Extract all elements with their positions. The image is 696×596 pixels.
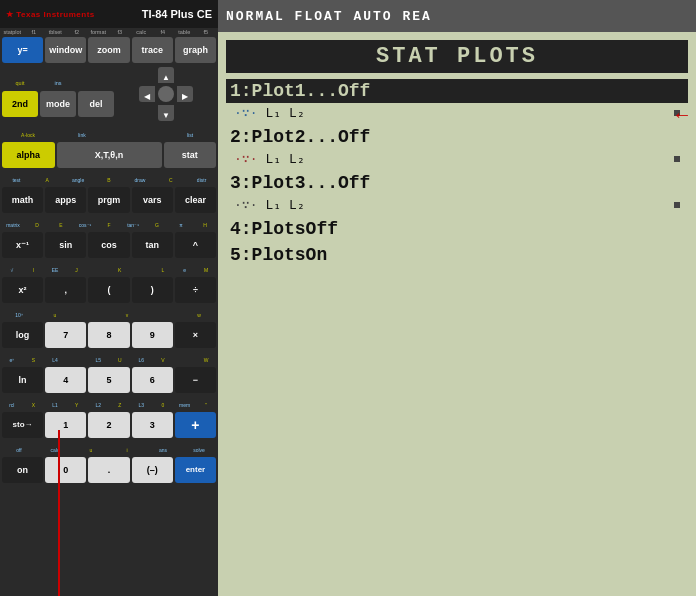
label-tan-inv: tan⁻¹	[127, 222, 139, 228]
btn-ln[interactable]: ln	[2, 367, 43, 393]
label-zero: 0	[162, 402, 165, 408]
plots-off-label[interactable]: 4:PlotsOff	[226, 217, 688, 241]
btn-prgm[interactable]: prgm	[88, 187, 129, 213]
btn-log[interactable]: log	[2, 322, 43, 348]
plots-on-label[interactable]: 5:PlotsOn	[226, 243, 688, 267]
plot-1-item[interactable]: 1:Plot1...Off ·∵· L₁ L₂	[226, 79, 688, 123]
label-pi: π	[179, 222, 182, 228]
directional-pad: ▲ ◀ ▶ ▼	[116, 67, 216, 121]
plot-3-item[interactable]: 3:Plot3...Off ·∵· L₁ L₂	[226, 171, 688, 215]
label-G: G	[155, 222, 159, 228]
btn-trace[interactable]: trace	[132, 37, 173, 63]
btn-7[interactable]: 7	[45, 322, 86, 348]
label-off: off	[16, 447, 21, 453]
calc-header: ★ Texas Instruments TI-84 Plus CE	[0, 0, 218, 28]
btn-vars[interactable]: vars	[132, 187, 173, 213]
btn-sto[interactable]: sto→	[2, 412, 43, 438]
btn-9[interactable]: 9	[132, 322, 173, 348]
label-L3: L3	[139, 402, 145, 408]
label-Z: Z	[118, 402, 121, 408]
btn-y-equals[interactable]: y=	[2, 37, 43, 63]
btn-5[interactable]: 5	[88, 367, 129, 393]
label-W: W	[204, 357, 209, 363]
dpad-left[interactable]: ◀	[139, 86, 155, 102]
label-solve: solve	[193, 447, 205, 453]
btn-close-paren[interactable]: )	[132, 277, 173, 303]
btn-sin[interactable]: sin	[45, 232, 86, 258]
btn-math[interactable]: math	[2, 187, 43, 213]
btn-1[interactable]: 1	[45, 412, 86, 438]
btn-plus[interactable]: +	[175, 412, 216, 438]
btn-alpha[interactable]: alpha	[2, 142, 55, 168]
btn-clear[interactable]: clear	[175, 187, 216, 213]
label-angle: angle	[72, 177, 84, 183]
btn-graph[interactable]: graph	[175, 37, 216, 63]
label-EE: EE	[52, 267, 59, 273]
label-ex: eˣ	[9, 357, 14, 363]
btn-del[interactable]: del	[78, 91, 114, 117]
plot-1-sub: ·∵· L₁ L₂	[226, 103, 688, 123]
label-L: L	[162, 267, 165, 273]
btn-caret[interactable]: ^	[175, 232, 216, 258]
btn-window[interactable]: window	[45, 37, 86, 63]
btn-8[interactable]: 8	[88, 322, 129, 348]
plot-1-main[interactable]: 1:Plot1...Off	[226, 79, 688, 103]
btn-comma[interactable]: ,	[45, 277, 86, 303]
btn-2[interactable]: 2	[88, 412, 129, 438]
btn-open-paren[interactable]: (	[88, 277, 129, 303]
calculator: ★ Texas Instruments TI-84 Plus CE statpl…	[0, 0, 218, 596]
label-I: I	[33, 267, 34, 273]
btn-on[interactable]: on	[2, 457, 43, 483]
btn-0[interactable]: 0	[45, 457, 86, 483]
label-i: i	[126, 447, 127, 453]
calculator-screen: NORMAL FLOAT AUTO REA STAT PLOTS 1:Plot1…	[218, 0, 696, 596]
plot-1-l2: L₂	[289, 105, 305, 121]
plot-5-item[interactable]: 5:PlotsOn	[226, 243, 688, 267]
plot-3-l1: L₁	[265, 197, 281, 213]
btn-3[interactable]: 3	[132, 412, 173, 438]
btn-2nd[interactable]: 2nd	[2, 91, 38, 117]
plot-2-item[interactable]: 2:Plot2...Off ·∵· L₁ L₂	[226, 125, 688, 169]
dpad-center[interactable]	[158, 86, 174, 102]
btn-cos[interactable]: cos	[88, 232, 129, 258]
dpad-right[interactable]: ▶	[177, 86, 193, 102]
btn-x2[interactable]: x²	[2, 277, 43, 303]
btn-negate[interactable]: (–)	[132, 457, 173, 483]
label-rcl: rcl	[9, 402, 14, 408]
label-cos-inv: cos⁻¹	[79, 222, 91, 228]
btn-tan[interactable]: tan	[132, 232, 173, 258]
plot-3-main[interactable]: 3:Plot3...Off	[226, 171, 688, 195]
label-test: test	[12, 177, 20, 183]
cursor-indicator	[58, 430, 60, 596]
plot-2-icon: ·∵·	[234, 151, 257, 167]
label-B: B	[107, 177, 110, 183]
btn-xthetaT[interactable]: X,T,θ,n	[57, 142, 162, 168]
calc-model-label: TI-84 Plus CE	[142, 8, 212, 20]
label-mem: mem	[179, 402, 190, 408]
plot-3-l2: L₂	[289, 197, 305, 213]
dpad-down[interactable]: ▼	[158, 105, 174, 121]
plot-2-main[interactable]: 2:Plot2...Off	[226, 125, 688, 149]
btn-multiply[interactable]: ×	[175, 322, 216, 348]
btn-enter[interactable]: enter	[175, 457, 216, 483]
plot-4-item[interactable]: 4:PlotsOff	[226, 217, 688, 241]
label-matrix: matrix	[6, 222, 20, 228]
btn-6[interactable]: 6	[132, 367, 173, 393]
btn-decimal[interactable]: .	[88, 457, 129, 483]
label-K: K	[118, 267, 121, 273]
label-sqrt: √	[10, 267, 13, 273]
btn-xinverse[interactable]: x⁻¹	[2, 232, 43, 258]
label-L5: L5	[95, 357, 101, 363]
label-C: C	[169, 177, 173, 183]
btn-4[interactable]: 4	[45, 367, 86, 393]
btn-stat[interactable]: stat	[164, 142, 217, 168]
label-L4: L4	[52, 357, 58, 363]
btn-zoom[interactable]: zoom	[88, 37, 129, 63]
label-H: H	[203, 222, 207, 228]
btn-apps[interactable]: apps	[45, 187, 86, 213]
btn-divide[interactable]: ÷	[175, 277, 216, 303]
dpad-up[interactable]: ▲	[158, 67, 174, 83]
label-V: V	[161, 357, 164, 363]
btn-mode[interactable]: mode	[40, 91, 76, 117]
btn-minus[interactable]: −	[175, 367, 216, 393]
